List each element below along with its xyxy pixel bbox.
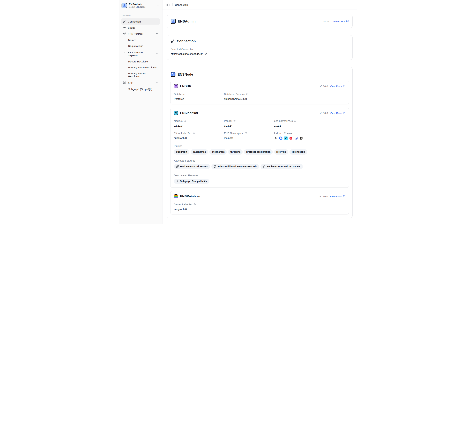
sidebar-item-ens-protocol-inspector[interactable]: ENS Protocol Inspector (121, 50, 160, 58)
field-label: Database (174, 93, 224, 96)
sidebar-item-names[interactable]: Names (125, 37, 160, 43)
field-database-schema: Database Schema alphaSchema0.36.0 (224, 93, 274, 100)
field-label: Node.js (174, 119, 183, 122)
sidebar-item-label: ENS Protocol Inspector (128, 51, 154, 57)
sidebar-item-label: APIs (128, 81, 133, 84)
apis-children: Subgraph (GraphQL) (125, 86, 160, 92)
field-value: 22.20.0 (174, 124, 224, 127)
sidebar-toggle-button[interactable] (166, 3, 170, 7)
connector-line (172, 28, 352, 35)
deactivated-features-label: Deactivated Features (174, 174, 346, 177)
content: ENSAdmin v0.36.0 View Docs Connection (163, 10, 357, 224)
sidebar-item-apis[interactable]: APIs (121, 80, 160, 86)
panel-left-icon (166, 3, 170, 6)
sidebar-section-label: Services (122, 14, 159, 17)
ensindexer-card: ENSIndexer v0.36.0 View Docs Node.js (170, 108, 349, 188)
sidebar: ENSAdmin Select ENSNode Services Connect… (119, 0, 163, 224)
feature-label: Index Additional Resolver Records (218, 165, 257, 168)
feature-label: Replace Unnormalized Labels (267, 165, 300, 168)
field-label: Database Schema (224, 93, 245, 96)
sidebar-item-ens-explorer[interactable]: ENS Explorer (121, 31, 160, 37)
chevron-down-icon (156, 52, 158, 55)
protocol-inspector-children: Record Resolution Primary Name Resolutio… (125, 58, 160, 79)
field-ponder: Ponder 0.13.14 (224, 119, 274, 127)
view-docs-link[interactable]: View Docs (330, 85, 346, 88)
plugin-badge: lineanames (209, 149, 227, 155)
plugin-badge: threedns (228, 149, 243, 155)
view-docs-label: View Docs (330, 85, 342, 88)
base-icon (279, 136, 283, 140)
ensnode-logo (171, 72, 176, 77)
app-subtitle: Select ENSNode (129, 6, 146, 8)
info-icon[interactable] (233, 120, 236, 122)
version-label: v0.36.0 (319, 195, 328, 198)
ens-diamond-icon (123, 52, 126, 55)
field-client-labelset: Client LabelSet subgraph:0 (174, 132, 224, 140)
ensdb-card: ENSDb v0.36.0 View Docs Database Postgre… (170, 81, 349, 104)
info-icon[interactable] (193, 132, 195, 134)
info-icon[interactable] (246, 93, 248, 95)
info-icon[interactable] (245, 132, 247, 134)
chevron-down-icon (156, 81, 158, 84)
plugin-badge: tokenscope (289, 149, 307, 155)
field-indexed-chains: Indexed Chains (274, 132, 346, 140)
selected-connection-label: Selected Connection (171, 48, 349, 51)
ensindexer-logo (174, 111, 178, 115)
external-link-icon (346, 20, 349, 23)
field-label: Ponder (224, 119, 232, 122)
plugin-badge: subgraph (174, 149, 189, 155)
field-value: Postgres (174, 98, 224, 100)
feature-badge: Replace Unnormalized Labels (261, 164, 303, 169)
info-icon[interactable] (184, 120, 186, 122)
copy-url-button[interactable] (204, 52, 207, 55)
topbar: Connection (163, 0, 357, 10)
card-title: ENSIndexer (180, 111, 198, 115)
chevron-down-icon (156, 32, 158, 35)
external-link-icon (343, 195, 346, 198)
ensdb-logo (174, 84, 178, 88)
sidebar-item-primary-names-resolution[interactable]: Primary Names Resolution (125, 70, 160, 79)
ensrainbow-logo (174, 194, 178, 198)
plugins-row: subgraph basenames lineanames threedns p… (174, 149, 346, 155)
field-value: subgraph:0 (174, 137, 224, 139)
connection-url: https://api.alpha.ensnode.io/ (171, 52, 203, 55)
sidebar-item-registrations[interactable]: Registrations (125, 43, 160, 49)
telescope-icon (123, 32, 126, 35)
optimism-icon (289, 136, 293, 140)
field-server-labelset: Server LabelSet subgraph:0 (174, 203, 346, 211)
sidebar-nav: Connection Status ENS Explorer (121, 18, 160, 92)
sidebar-item-label: ENS Explorer (128, 32, 143, 35)
field-database: Database Postgres (174, 93, 224, 100)
card-title: Connection (177, 39, 196, 43)
field-value: 1.11.1 (274, 124, 346, 127)
connector-line (172, 60, 352, 67)
field-label: ENS Namespace (224, 132, 244, 135)
sidebar-item-record-resolution[interactable]: Record Resolution (125, 58, 160, 64)
deactivated-features-row: Subgraph Compatibility (174, 179, 346, 184)
feature-badge: Index Additional Resolver Records (211, 164, 259, 169)
field-value: subgraph:0 (174, 208, 346, 211)
version-label: v0.36.0 (323, 20, 331, 23)
feature-label: Subgraph Compatibility (180, 180, 207, 183)
field-label: ens-normalize.js (274, 119, 293, 122)
sidebar-item-label: Connection (128, 20, 141, 23)
sidebar-item-status[interactable]: Status (121, 25, 160, 31)
ensnode-selector[interactable]: ENSAdmin Select ENSNode (121, 2, 160, 9)
info-icon[interactable] (294, 120, 296, 122)
sidebar-item-primary-name-resolution[interactable]: Primary Name Resolution (125, 64, 160, 70)
card-title: ENSAdmin (178, 19, 196, 23)
view-docs-link[interactable]: View Docs (333, 20, 349, 23)
radio-tower-icon (123, 81, 126, 84)
field-ens-normalize: ens-normalize.js 1.11.1 (274, 119, 346, 127)
sidebar-item-connection[interactable]: Connection (121, 18, 160, 25)
feature-label: Heal Reverse Addresses (180, 165, 208, 168)
plugin-badge: basenames (191, 149, 208, 155)
card-title: ENSRainbow (180, 195, 200, 198)
view-docs-link[interactable]: View Docs (330, 195, 346, 198)
view-docs-link[interactable]: View Docs (330, 112, 346, 115)
sidebar-item-subgraph-graphql[interactable]: Subgraph (GraphQL) (125, 86, 160, 92)
view-docs-label: View Docs (330, 112, 342, 115)
info-icon[interactable] (193, 203, 196, 205)
view-docs-label: View Docs (330, 195, 342, 198)
pill-icon (176, 165, 179, 168)
